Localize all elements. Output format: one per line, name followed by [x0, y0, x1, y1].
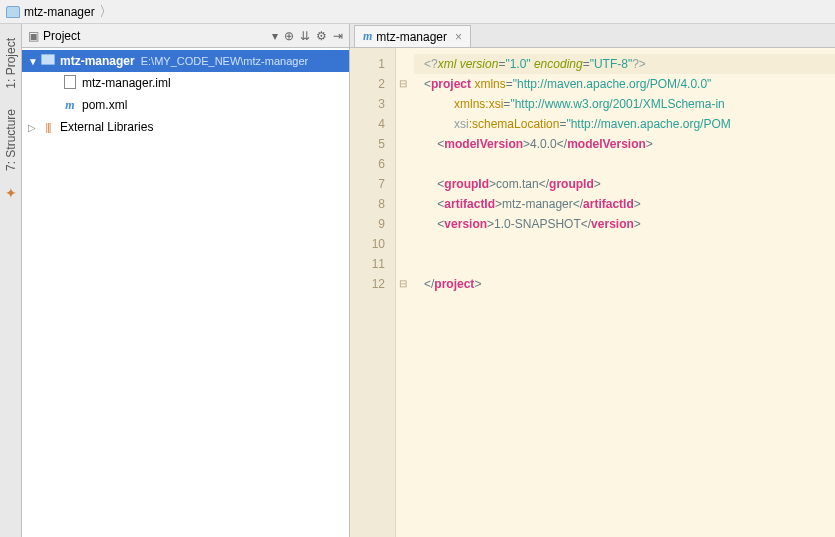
maven-icon: m [62, 98, 78, 113]
code-line: <project xmlns="http://maven.apache.org/… [414, 74, 835, 94]
tab-label: 7: Structure [4, 109, 18, 171]
favorites-icon[interactable]: ✦ [5, 185, 17, 201]
fold-icon[interactable]: ⊟ [396, 74, 410, 94]
line-number: 2 [350, 74, 385, 94]
line-number: 12 [350, 274, 385, 294]
close-tab-icon[interactable]: × [455, 30, 462, 44]
line-number: 3 [350, 94, 385, 114]
library-icon [46, 120, 51, 134]
file-name: pom.xml [82, 98, 127, 112]
code-line: <version>1.0-SNAPSHOT</version> [414, 214, 835, 234]
hide-panel-icon[interactable]: ⇥ [333, 29, 343, 43]
line-number: 11 [350, 254, 385, 274]
view-mode-dropdown[interactable]: ▾ [272, 29, 278, 43]
file-name: mtz-manager.iml [82, 76, 171, 90]
code-line: <modelVersion>4.0.0</modelVersion> [414, 134, 835, 154]
editor-tab[interactable]: m mtz-manager × [354, 25, 471, 47]
file-icon [64, 75, 76, 89]
editor-tabs: m mtz-manager × [350, 24, 835, 48]
tool-window-tabs: 1: Project 7: Structure ✦ [0, 24, 22, 537]
code-line: <groupId>com.tan</groupId> [414, 174, 835, 194]
project-path: E:\MY_CODE_NEW\mtz-manager [141, 55, 308, 67]
panel-title[interactable]: Project [43, 29, 80, 43]
editor-area: m mtz-manager × 1 2 3 4 5 6 7 8 9 10 11 … [350, 24, 835, 537]
tree-root[interactable]: ▼ mtz-manager E:\MY_CODE_NEW\mtz-manager [22, 50, 349, 72]
expand-arrow-icon[interactable]: ▼ [28, 56, 40, 67]
collapse-all-icon[interactable]: ⇊ [300, 29, 310, 43]
maven-icon: m [363, 29, 372, 44]
expand-arrow-icon[interactable]: ▷ [28, 122, 40, 133]
line-number: 4 [350, 114, 385, 134]
tree-item-iml[interactable]: mtz-manager.iml [22, 72, 349, 94]
project-panel: ▣ Project ▾ ⊕ ⇊ ⚙ ⇥ ▼ mtz-manager E:\MY_… [22, 24, 350, 537]
main-area: 1: Project 7: Structure ✦ ▣ Project ▾ ⊕ … [0, 24, 835, 537]
line-number: 1 [350, 54, 385, 74]
code-line: xsi:schemaLocation="http://maven.apache.… [414, 114, 835, 134]
line-number: 8 [350, 194, 385, 214]
fold-icon[interactable]: ⊟ [396, 274, 410, 294]
line-number: 10 [350, 234, 385, 254]
tab-label: 1: Project [4, 38, 18, 89]
fold-column: ⊟⊟ [396, 48, 410, 537]
line-gutter: 1 2 3 4 5 6 7 8 9 10 11 12 [350, 48, 396, 537]
code-line: </project> [414, 274, 835, 294]
line-number: 7 [350, 174, 385, 194]
folder-icon [6, 6, 20, 18]
breadcrumb-separator-icon: 〉 [99, 3, 113, 21]
code-line: xmlns:xsi="http://www.w3.org/2001/XMLSch… [414, 94, 835, 114]
external-libraries-label: External Libraries [60, 120, 153, 134]
code-line [414, 234, 835, 254]
project-tree: ▼ mtz-manager E:\MY_CODE_NEW\mtz-manager… [22, 48, 349, 537]
tree-item-pom[interactable]: m pom.xml [22, 94, 349, 116]
project-view-icon: ▣ [28, 29, 39, 43]
line-number: 5 [350, 134, 385, 154]
line-number: 6 [350, 154, 385, 174]
code-line [414, 154, 835, 174]
line-number: 9 [350, 214, 385, 234]
code-line [414, 254, 835, 274]
tab-label: mtz-manager [376, 30, 447, 44]
project-tool-tab[interactable]: 1: Project [2, 32, 20, 95]
code-content[interactable]: <?xml version="1.0" encoding="UTF-8"?> <… [410, 48, 835, 537]
code-editor[interactable]: 1 2 3 4 5 6 7 8 9 10 11 12 ⊟⊟ <?xml vers… [350, 48, 835, 537]
breadcrumb: mtz-manager 〉 [0, 0, 835, 24]
tree-external-libraries[interactable]: ▷ External Libraries [22, 116, 349, 138]
folder-icon [41, 54, 55, 65]
project-name: mtz-manager [60, 54, 135, 68]
code-line: <artifactId>mtz-manager</artifactId> [414, 194, 835, 214]
breadcrumb-item[interactable]: mtz-manager [24, 5, 95, 19]
code-line: <?xml version="1.0" encoding="UTF-8"?> [414, 54, 835, 74]
project-panel-header: ▣ Project ▾ ⊕ ⇊ ⚙ ⇥ [22, 24, 349, 48]
settings-gear-icon[interactable]: ⚙ [316, 29, 327, 43]
scroll-to-source-icon[interactable]: ⊕ [284, 29, 294, 43]
structure-tool-tab[interactable]: 7: Structure [2, 103, 20, 177]
